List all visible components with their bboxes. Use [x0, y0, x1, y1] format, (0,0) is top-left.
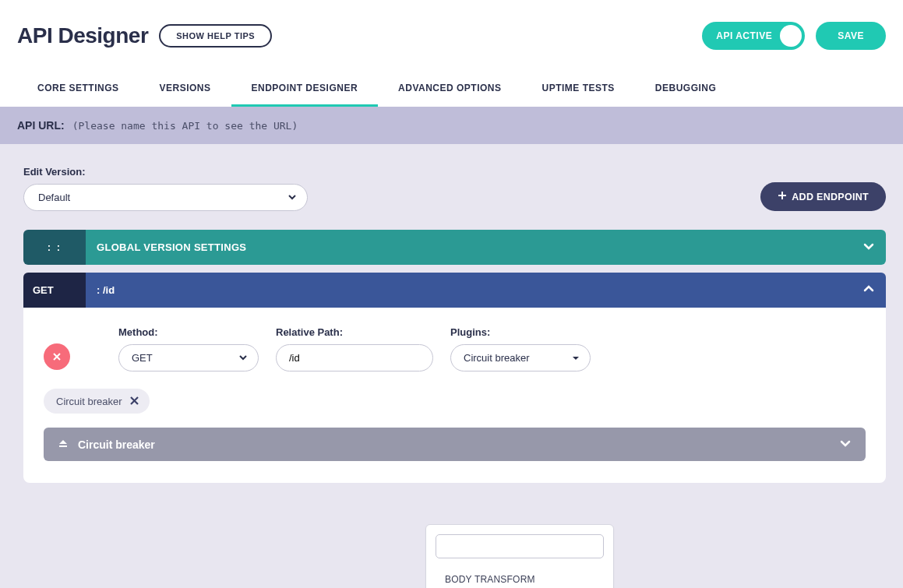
dropdown-item-label: BODY TRANSFORM — [445, 574, 535, 585]
api-active-label: API ACTIVE — [716, 30, 772, 41]
endpoint-form-row: Method: GET Relative Path: Plugins: Circ… — [44, 326, 866, 371]
global-settings-title: GLOBAL VERSION SETTINGS — [97, 241, 246, 253]
edit-version-field: Edit Version: Default — [23, 166, 308, 211]
relative-path-label: Relative Path: — [276, 326, 433, 338]
plugins-select[interactable]: Circuit breaker — [450, 344, 591, 371]
endpoint-bar[interactable]: GET : /id — [23, 273, 886, 308]
endpoint-body: Method: GET Relative Path: Plugins: Circ… — [23, 308, 886, 483]
circuit-breaker-collapse[interactable]: Circuit breaker — [44, 428, 866, 461]
plugin-tag-label: Circuit breaker — [56, 396, 122, 407]
edit-version-row: Edit Version: Default ADD ENDPOINT — [23, 166, 886, 211]
plugins-dropdown: BODY TRANSFORM BLACKLIST CACHE CIRCUIT B… — [425, 524, 614, 588]
tab-versions[interactable]: VERSIONS — [139, 73, 231, 107]
chevron-up-icon[interactable] — [862, 283, 875, 298]
endpoint-path-badge: : /id — [97, 284, 115, 296]
edit-version-select-wrap[interactable]: Default — [23, 184, 308, 211]
page-title: API Designer — [17, 23, 148, 48]
collapse-left: Circuit breaker — [58, 438, 155, 451]
tab-debugging[interactable]: DEBUGGING — [635, 73, 737, 107]
global-settings-title-row: GLOBAL VERSION SETTINGS — [86, 230, 886, 265]
dropdown-search-wrap — [436, 534, 604, 558]
api-url-value: (Please name this API to see the URL) — [72, 120, 298, 132]
content: Edit Version: Default ADD ENDPOINT : : G… — [0, 144, 903, 483]
endpoint-method-badge: GET — [23, 273, 86, 308]
method-label: Method: — [118, 326, 259, 338]
edit-version-label: Edit Version: — [23, 166, 308, 178]
delete-endpoint-button[interactable] — [44, 343, 70, 370]
plugins-label: Plugins: — [450, 326, 591, 338]
tabs: CORE SETTINGS VERSIONS ENDPOINT DESIGNER… — [17, 73, 886, 107]
plugins-select-wrap[interactable]: Circuit breaker — [450, 344, 591, 371]
dropdown-item-body-transform[interactable]: BODY TRANSFORM — [426, 568, 613, 588]
dropdown-list[interactable]: BODY TRANSFORM BLACKLIST CACHE CIRCUIT B… — [426, 563, 613, 588]
plus-icon — [778, 191, 787, 202]
tab-endpoint-designer[interactable]: ENDPOINT DESIGNER — [231, 73, 379, 107]
api-url-bar: API URL: (Please name this API to see th… — [0, 107, 903, 144]
relative-path-input[interactable] — [276, 344, 433, 371]
method-select[interactable]: GET — [118, 344, 259, 371]
collapse-title: Circuit breaker — [78, 438, 155, 451]
api-active-toggle[interactable]: API ACTIVE — [702, 22, 805, 50]
remove-tag-button[interactable] — [130, 395, 139, 407]
plugins-field: Plugins: Circuit breaker — [450, 326, 591, 371]
edit-version-select[interactable]: Default — [23, 184, 308, 211]
global-settings-bar[interactable]: : : GLOBAL VERSION SETTINGS — [23, 230, 886, 265]
header-left: API Designer SHOW HELP TIPS — [17, 23, 272, 48]
close-icon — [53, 351, 61, 363]
relative-path-field: Relative Path: — [276, 326, 433, 371]
header: API Designer SHOW HELP TIPS API ACTIVE S… — [0, 0, 903, 107]
plugin-tag-circuit-breaker: Circuit breaker — [44, 389, 150, 414]
tab-advanced-options[interactable]: ADVANCED OPTIONS — [378, 73, 521, 107]
method-select-wrap[interactable]: GET — [118, 344, 259, 371]
header-right: API ACTIVE SAVE — [702, 22, 886, 50]
method-field: Method: GET — [118, 326, 259, 371]
toggle-knob-icon — [780, 25, 802, 47]
drag-handle-icon: : : — [23, 230, 86, 265]
chevron-down-icon[interactable] — [862, 240, 875, 255]
show-help-tips-button[interactable]: SHOW HELP TIPS — [159, 24, 272, 48]
dropdown-search-input[interactable] — [436, 534, 604, 558]
endpoint-path-row: : /id — [86, 273, 886, 308]
add-endpoint-label: ADD ENDPOINT — [792, 192, 869, 202]
tab-core-settings[interactable]: CORE SETTINGS — [17, 73, 139, 107]
api-url-label: API URL: — [17, 119, 65, 132]
save-button[interactable]: SAVE — [816, 22, 886, 50]
add-endpoint-button[interactable]: ADD ENDPOINT — [760, 182, 886, 211]
eject-icon — [58, 438, 69, 451]
header-top: API Designer SHOW HELP TIPS API ACTIVE S… — [17, 22, 886, 50]
chevron-down-icon — [839, 437, 852, 452]
plugin-tags: Circuit breaker — [44, 389, 866, 414]
tab-uptime-tests[interactable]: UPTIME TESTS — [522, 73, 635, 107]
